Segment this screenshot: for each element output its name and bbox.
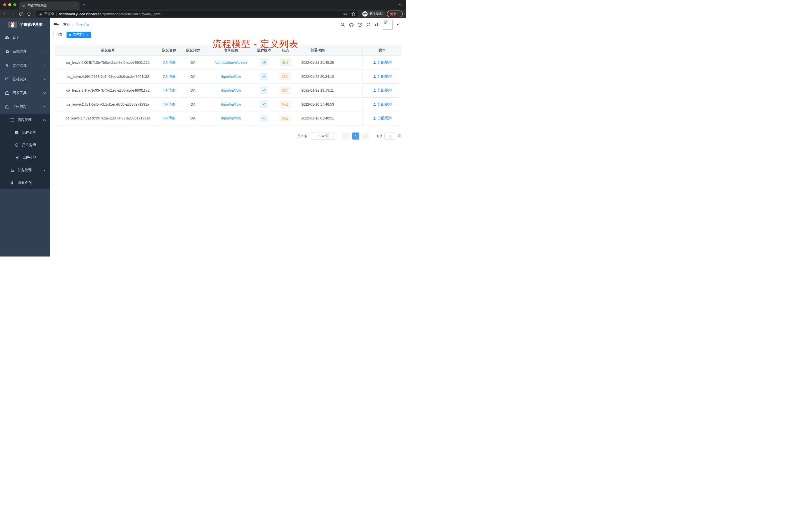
- sidebar-item-label: 工作流程: [12, 105, 27, 109]
- status-badge: 挂起: [280, 101, 291, 108]
- form-info-link[interactable]: /bpm/oa/flow: [221, 88, 241, 92]
- sidebar-item-label: 基础设施: [12, 77, 27, 82]
- assign-rule-link[interactable]: 分配规则: [373, 74, 392, 79]
- sidebar-item-leave-query[interactable]: 请假查询: [0, 176, 50, 189]
- sidebar-item-home[interactable]: 首页: [0, 31, 50, 45]
- reload-button[interactable]: [19, 12, 23, 16]
- url-domain: dashboard.yudao.iocoder.cn: [59, 12, 102, 16]
- sidebar-item-payment[interactable]: ¥ 支付管理: [0, 58, 50, 72]
- sidebar-item-task-management[interactable]: 任务管理: [0, 164, 50, 176]
- tab-search-chevron-icon[interactable]: [399, 3, 402, 6]
- sidebar-item-user-group[interactable]: 用户分组: [0, 139, 50, 151]
- new-tab-button[interactable]: +: [83, 2, 85, 7]
- sidebar-item-process-model[interactable]: 流程模型: [0, 151, 50, 164]
- tab-title: 芋道管理系统: [28, 3, 73, 8]
- form-info-link[interactable]: /bpm/oa/leave/create: [215, 60, 248, 64]
- deploy-time: 2022-01-16 01:40:51: [301, 116, 334, 120]
- bookmark-star-icon[interactable]: [351, 12, 355, 16]
- browser-update-button[interactable]: 更新 ⋮: [387, 10, 403, 17]
- sidebar-item-infrastructure[interactable]: 基础设施: [0, 72, 50, 86]
- goto-page-input[interactable]: [384, 132, 396, 140]
- definition-name-link[interactable]: OA 请假: [163, 74, 175, 79]
- chevron-up-icon: [43, 119, 46, 121]
- search-icon[interactable]: [341, 22, 345, 27]
- tag-process-definition[interactable]: 流程定义 ×: [66, 32, 91, 38]
- current-page-button[interactable]: 1: [352, 132, 359, 140]
- avatar[interactable]: [383, 20, 393, 30]
- person-icon: [373, 61, 376, 64]
- definition-name-link[interactable]: OA 请假: [163, 60, 175, 65]
- goto-label: 前往: [376, 134, 383, 138]
- definition-name-link[interactable]: OA 请假: [163, 116, 175, 120]
- sidebar-item-dev-tools[interactable]: 研发工具: [0, 86, 50, 100]
- tag-close-icon[interactable]: ×: [87, 33, 88, 37]
- page-size-select[interactable]: 10条/页: [311, 132, 336, 140]
- github-icon[interactable]: [349, 22, 354, 27]
- url-bar[interactable]: 不安全 dashboard.yudao.iocoder.cn /bpm/mana…: [36, 10, 358, 17]
- avatar-dropdown-caret[interactable]: [397, 24, 399, 25]
- maximize-window-button[interactable]: [13, 3, 16, 6]
- form-info-link[interactable]: /bpm/oa/flow: [221, 102, 241, 107]
- assign-rule-label: 分配规则: [378, 102, 392, 107]
- sidebar-item-process-management[interactable]: 流程管理: [0, 114, 50, 126]
- next-page-button[interactable]: ›: [362, 132, 369, 140]
- assign-rule-link[interactable]: 分配规则: [373, 88, 392, 93]
- sidebar-item-label: 流程表单: [22, 130, 36, 135]
- person-icon: [10, 181, 14, 185]
- breadcrumb-home[interactable]: 首页: [63, 22, 70, 27]
- hamburger-icon[interactable]: [54, 23, 59, 27]
- sidebar-item-system[interactable]: 系统管理: [0, 45, 50, 58]
- forward-button[interactable]: [10, 12, 15, 16]
- form-info-link[interactable]: /bpm/oa/flow: [221, 116, 241, 120]
- sidebar-logo-row: 芋道管理系统: [0, 18, 50, 31]
- sidebar-item-label: 用户分组: [22, 143, 36, 147]
- status-badge: 挂起: [280, 87, 291, 94]
- tag-home[interactable]: 首页: [54, 32, 65, 38]
- fullscreen-icon[interactable]: [366, 22, 371, 27]
- yen-icon: ¥: [5, 63, 9, 67]
- assign-rule-link[interactable]: 分配规则: [373, 60, 392, 65]
- definition-id: oa_leave:3:1fad3d93-7b75-11ec-a3c8-acde4…: [66, 88, 150, 92]
- back-button[interactable]: [2, 12, 7, 16]
- definition-name-link[interactable]: OA 请假: [163, 88, 175, 93]
- broken-image-icon: [383, 20, 388, 25]
- security-label[interactable]: 不安全: [44, 12, 55, 16]
- close-window-button[interactable]: [3, 3, 6, 6]
- column-header: 定义名称: [161, 46, 177, 56]
- form-info-link[interactable]: /bpm/oa/flow: [221, 74, 241, 79]
- sidebar-item-process-form[interactable]: 流程表单: [0, 126, 50, 139]
- person-icon: [373, 117, 376, 120]
- dashboard-icon: [5, 36, 9, 40]
- prev-page-button[interactable]: ‹: [342, 132, 350, 140]
- sidebar-item-label: 请假查询: [18, 180, 32, 185]
- table-row: oa_leave:1:482ec033-762a-11ec-8477-a2380…: [55, 112, 401, 125]
- table-row: oa_leave:2:3c1f0ef1-76b1-11ec-9c66-a2380…: [55, 98, 401, 112]
- definition-id: oa_leave:1:482ec033-762a-11ec-8477-a2380…: [65, 116, 150, 120]
- sidebar-item-workflow[interactable]: 工作流程: [0, 100, 50, 114]
- font-size-icon[interactable]: TT: [375, 22, 379, 27]
- assign-rule-link[interactable]: 分配规则: [373, 116, 392, 120]
- browser-tab[interactable]: 芋道管理系统 ×: [19, 1, 80, 9]
- page-size-value: 10条/页: [318, 134, 329, 138]
- definition-category: OA: [190, 60, 195, 64]
- sidebar-item-label: 任务管理: [18, 168, 32, 173]
- definition-name-link[interactable]: OA 请假: [163, 102, 175, 107]
- column-header: 定义分类: [177, 46, 208, 56]
- status-badge: 挂起: [280, 115, 291, 121]
- assign-rule-link[interactable]: 分配规则: [373, 102, 392, 107]
- home-button[interactable]: [27, 12, 31, 16]
- screen: 芋道管理系统 × + 不安全 dashboard.yud: [0, 0, 406, 256]
- browser-toolbar: 不安全 dashboard.yudao.iocoder.cn /bpm/mana…: [0, 9, 406, 18]
- table-body: oa_leave:5:004b710b-7b8a-11ec-8ef0-acde4…: [55, 56, 401, 125]
- browser-menu-icon[interactable]: ⋮: [397, 12, 400, 16]
- help-icon[interactable]: [357, 22, 362, 27]
- tab-close-icon[interactable]: ×: [73, 3, 77, 7]
- minimize-window-button[interactable]: [8, 3, 11, 6]
- tag-label: 流程定义: [73, 33, 85, 37]
- deploy-time: 2022-01-22 19:19:11: [301, 88, 334, 92]
- chevron-down-icon: [43, 78, 46, 81]
- sidebar-item-label: 流程模型: [22, 155, 36, 160]
- deploy-time: 2022-01-22 21:48:38: [301, 60, 334, 64]
- password-key-icon[interactable]: [343, 12, 348, 16]
- chevron-up-icon: [43, 105, 46, 108]
